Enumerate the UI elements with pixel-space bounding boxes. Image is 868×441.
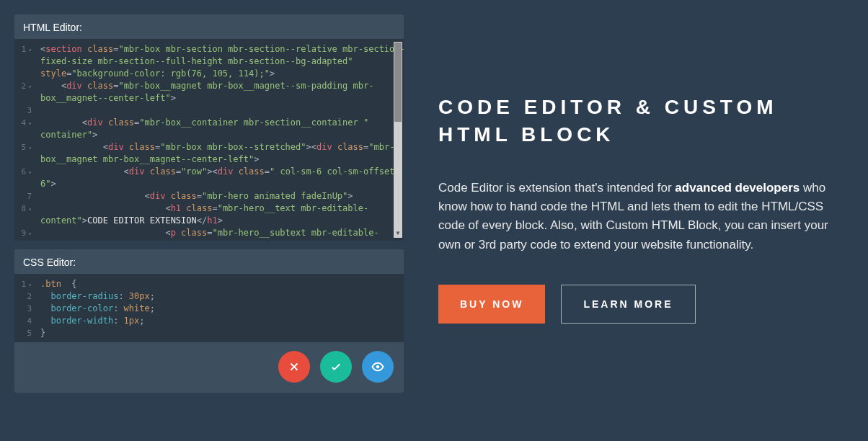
css-code-lines[interactable]: .btn { border-radius: 30px; border-color… [40, 278, 391, 339]
buy-now-button[interactable]: BUY NOW [438, 285, 545, 324]
eye-icon [371, 360, 384, 373]
editor-action-row [14, 342, 404, 393]
html-editor-label: HTML Editor: [14, 14, 404, 39]
css-editor-label: CSS Editor: [14, 249, 404, 274]
css-gutter: 12345 [14, 274, 36, 342]
content-panel: CODE EDITOR & CUSTOM HTML BLOCK Code Edi… [404, 0, 868, 441]
css-code-area[interactable]: 12345 .btn { border-radius: 30px; border… [14, 274, 404, 342]
button-row: BUY NOW LEARN MORE [438, 285, 839, 324]
cancel-button[interactable] [278, 351, 310, 383]
learn-more-button[interactable]: LEARN MORE [561, 285, 695, 324]
desc-text-before: Code Editor is extension that's intended… [438, 181, 675, 195]
apply-button[interactable] [320, 351, 352, 383]
html-scrollbar[interactable]: ▲ ▼ [394, 42, 402, 238]
html-code-area[interactable]: 123456789 <section class="mbr-box mbr-se… [14, 39, 404, 241]
editor-panel: HTML Editor: 123456789 <section class="m… [0, 0, 404, 441]
desc-bold: advanced developers [675, 181, 800, 195]
scrollbar-thumb[interactable] [394, 43, 402, 122]
preview-button[interactable] [362, 351, 394, 383]
html-gutter: 123456789 [14, 39, 36, 241]
svg-point-0 [376, 365, 380, 369]
check-icon [329, 360, 342, 373]
scroll-down-icon[interactable]: ▼ [394, 229, 402, 238]
html-code-lines[interactable]: <section class="mbr-box mbr-section mbr-… [40, 43, 391, 239]
css-editor-box: CSS Editor: 12345 .btn { border-radius: … [14, 249, 404, 393]
close-icon [288, 360, 301, 373]
page-title: CODE EDITOR & CUSTOM HTML BLOCK [438, 94, 839, 148]
html-editor-box: HTML Editor: 123456789 <section class="m… [14, 14, 404, 241]
description: Code Editor is extension that's intended… [438, 179, 839, 254]
